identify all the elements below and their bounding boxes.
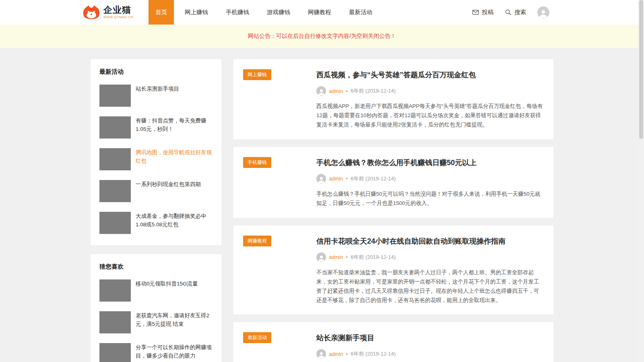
article-thumb-area: 网上赚钱 (243, 69, 316, 130)
article-card: 网赚教程 信用卡花呗全天24小时在线自助回款自动到账取现操作指南 admin •… (233, 225, 553, 315)
search-icon (505, 9, 512, 16)
main-nav: 首页 网上赚钱 手机赚钱 游戏赚钱 网赚教程 最新活动 (149, 0, 383, 25)
nav-item-latest-activities[interactable]: 最新活动 (342, 0, 379, 25)
category-badge[interactable]: 手机赚钱 (243, 157, 271, 168)
search-label: 搜索 (514, 8, 526, 16)
author-avatar (316, 86, 326, 96)
article-card: 最新活动 站长亲测新手项目 admin • 6年前 (2019-12-14) 签… (233, 322, 553, 362)
sidebar-item-title: 站长亲测新手项目 (136, 85, 179, 107)
sidebar-section-title: 猜您喜欢 (99, 263, 213, 271)
nav-item-online-earning[interactable]: 网上赚钱 (178, 0, 215, 25)
article-meta: admin • 6年前 (2019-12-14) (316, 252, 544, 262)
article-thumb-area: 最新活动 (243, 332, 316, 362)
sidebar: 最新活动 站长亲测新手项目 有赚：抖音点赞，每天免费赚1.05元，秒到！ 腾讯地… (91, 59, 221, 362)
sidebar-item-title: 腾讯地图，使用导航或拉好友领红包 (136, 148, 213, 170)
header-actions: 投稿 搜索 (472, 6, 549, 19)
article-title[interactable]: 站长亲测新手项目 (316, 333, 544, 343)
sidebar-item[interactable]: 有赚：抖音点赞，每天免费赚1.05元，秒到！ (99, 116, 213, 139)
article-time: 6年前 (2019-12-14) (351, 175, 396, 182)
sidebar-item-title: 老获鹿汽车网，邀请好友互得2元，满5元提现 结束 (136, 311, 213, 333)
site-title: 企业猫 (103, 5, 133, 15)
nav-item-game-earning[interactable]: 游戏赚钱 (260, 0, 297, 25)
logo-text: 企业猫 WWW.QYMAO.CN (103, 5, 133, 19)
article-excerpt: 西瓜视频APP，新老用户下载西瓜视频APP每天参与“头号英雄”答题瓜分百万现金红… (316, 102, 544, 130)
sidebar-item[interactable]: 一系列秒到现金红包第四期 (99, 180, 213, 202)
sidebar-item-title: 大成基金，参与翻牌抽奖必中1.08或5.08元红包 (136, 212, 213, 234)
sidebar-section-latest-activities: 最新活动 站长亲测新手项目 有赚：抖音点赞，每天免费赚1.05元，秒到！ 腾讯地… (91, 59, 221, 245)
site-logo[interactable]: 企业猫 WWW.QYMAO.CN (83, 5, 133, 20)
article-meta: admin • 6年前 (2019-12-14) (316, 174, 544, 184)
article-card: 网上赚钱 西瓜视频，参与“头号英雄”答题瓜分百万现金红包 admin • 6年前… (233, 59, 553, 139)
article-title[interactable]: 西瓜视频，参与“头号英雄”答题瓜分百万现金红包 (316, 70, 544, 80)
sidebar-item-title: 一系列秒到现金红包第四期 (136, 180, 201, 202)
article-title[interactable]: 信用卡花呗全天24小时在线自助回款自动到账取现操作指南 (316, 236, 544, 246)
header: 企业猫 WWW.QYMAO.CN 首页 网上赚钱 手机赚钱 游戏赚钱 网赚教程 … (0, 0, 644, 25)
thumbnail-placeholder (99, 212, 131, 234)
meta-separator: • (346, 88, 348, 94)
article-time: 6年前 (2019-12-14) (351, 350, 396, 358)
meta-separator: • (346, 254, 348, 260)
submit-post-button[interactable]: 投稿 (472, 8, 493, 16)
article-time: 6年前 (2019-12-14) (351, 87, 396, 95)
category-badge[interactable]: 网上赚钱 (243, 69, 271, 80)
thumbnail-placeholder (99, 279, 131, 302)
search-button[interactable]: 搜索 (505, 8, 526, 16)
nav-item-tutorials[interactable]: 网赚教程 (301, 0, 338, 25)
article-card: 手机赚钱 手机怎么赚钱？教你怎么用手机赚钱日赚50元以上 admin • 6年前… (233, 147, 553, 218)
sidebar-section-guess-you-like: 猜您喜欢 移动0元领取抖音15G流量 老获鹿汽车网，邀请好友互得2元，满5元提现… (91, 254, 221, 362)
article-meta: admin • 6年前 (2019-12-14) (316, 349, 544, 359)
nav-item-mobile-earning[interactable]: 手机赚钱 (219, 0, 256, 25)
author-avatar (316, 349, 326, 359)
thumbnail-placeholder (99, 116, 131, 139)
author-link[interactable]: admin (329, 88, 343, 94)
submit-post-label: 投稿 (482, 8, 493, 16)
thumbnail-placeholder (99, 85, 131, 107)
thumbnail-placeholder (99, 180, 131, 202)
sidebar-item[interactable]: 老获鹿汽车网，邀请好友互得2元，满5元提现 结束 (99, 311, 213, 333)
author-avatar (316, 252, 326, 262)
site-notice-bar: 网站公告：可以在后台自行修改文字内容/为空则关闭公告！ (0, 25, 644, 48)
article-time: 6年前 (2019-12-14) (351, 254, 396, 261)
article-title[interactable]: 手机怎么赚钱？教你怎么用手机赚钱日赚50元以上 (316, 158, 544, 168)
scrollbar-thumb[interactable] (639, 0, 643, 139)
envelope-icon (472, 9, 479, 16)
article-thumb-area: 手机赚钱 (243, 157, 316, 208)
meta-separator: • (346, 176, 348, 182)
article-body: 站长亲测新手项目 admin • 6年前 (2019-12-14) 签到赚钱： … (316, 332, 544, 362)
sidebar-item[interactable]: 移动0元领取抖音15G流量 (99, 279, 213, 302)
article-body: 手机怎么赚钱？教你怎么用手机赚钱日赚50元以上 admin • 6年前 (201… (316, 157, 544, 208)
sidebar-item-title: 分享一个可以长期操作的网赚项目，赚多少看自己的眼力 (136, 343, 213, 362)
sidebar-item[interactable]: 大成基金，参与翻牌抽奖必中1.08或5.08元红包 (99, 212, 213, 234)
article-excerpt: 手机怎么赚钱？手机日赚50元可以吗？当然没问题！对于很多人来说，利用手机一天赚5… (316, 190, 544, 208)
thumbnail-placeholder (99, 148, 131, 170)
meta-separator: • (346, 351, 348, 357)
article-excerpt: 不当家不知道柴米油盐贵，我一朋友夫妻两个人过日子，两个人都上班。男的工资全部存起… (316, 268, 544, 305)
article-list: 网上赚钱 西瓜视频，参与“头号英雄”答题瓜分百万现金红包 admin • 6年前… (233, 59, 553, 362)
main-content: 最新活动 站长亲测新手项目 有赚：抖音点赞，每天免费赚1.05元，秒到！ 腾讯地… (91, 59, 553, 362)
author-link[interactable]: admin (329, 351, 343, 357)
article-thumb-area: 网赚教程 (243, 236, 316, 305)
sidebar-item-highlighted[interactable]: 腾讯地图，使用导航或拉好友领红包 (99, 148, 213, 170)
sidebar-item[interactable]: 分享一个可以长期操作的网赚项目，赚多少看自己的眼力 (99, 343, 213, 362)
category-badge[interactable]: 网赚教程 (243, 236, 271, 246)
user-avatar[interactable] (537, 6, 549, 19)
thumbnail-placeholder (99, 343, 131, 362)
sidebar-section-title: 最新活动 (99, 68, 213, 76)
site-notice-text: 网站公告：可以在后台自行修改文字内容/为空则关闭公告！ (248, 33, 396, 40)
author-avatar (316, 174, 326, 184)
cat-logo-icon (83, 5, 100, 20)
author-link[interactable]: admin (329, 176, 343, 182)
article-body: 西瓜视频，参与“头号英雄”答题瓜分百万现金红包 admin • 6年前 (201… (316, 69, 544, 130)
category-badge[interactable]: 最新活动 (243, 332, 271, 343)
author-link[interactable]: admin (329, 254, 343, 260)
nav-item-home[interactable]: 首页 (149, 0, 174, 25)
article-body: 信用卡花呗全天24小时在线自助回款自动到账取现操作指南 admin • 6年前 … (316, 236, 544, 305)
page-scrollbar[interactable] (638, 0, 644, 362)
article-meta: admin • 6年前 (2019-12-14) (316, 86, 544, 96)
sidebar-item-title: 移动0元领取抖音15G流量 (136, 279, 198, 302)
sidebar-item-title: 有赚：抖音点赞，每天免费赚1.05元，秒到！ (136, 116, 213, 139)
sidebar-item[interactable]: 站长亲测新手项目 (99, 85, 213, 107)
thumbnail-placeholder (99, 311, 131, 333)
site-url: WWW.QYMAO.CN (103, 16, 133, 19)
